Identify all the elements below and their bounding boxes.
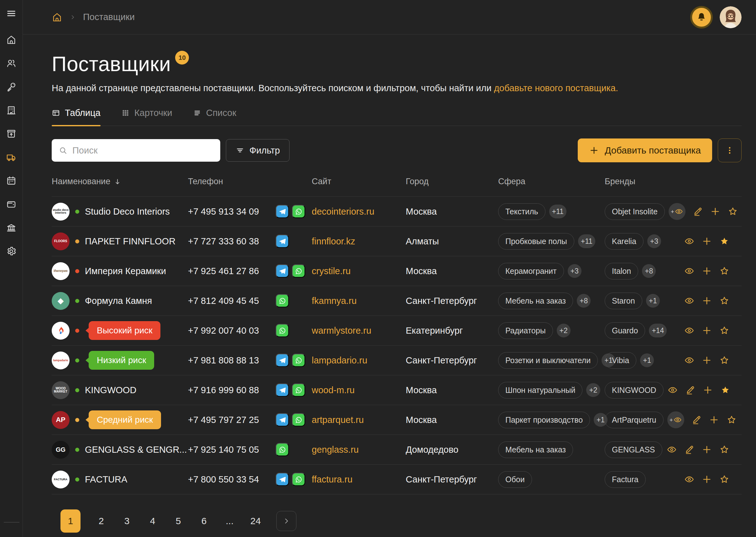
sidebar-item-truck[interactable] [6, 152, 17, 163]
eye-icon[interactable] [666, 444, 677, 455]
brand-count-badge[interactable]: +1 [646, 294, 660, 308]
table-row[interactable]: GG GENGLASS & GENGR... +7 925 140 75 05 … [52, 434, 741, 464]
add-icon[interactable] [701, 355, 712, 366]
sidebar-item-users[interactable] [6, 58, 17, 69]
site-link[interactable]: wood-m.ru [312, 385, 406, 395]
header-phone[interactable]: Телефон [188, 177, 276, 186]
star-icon[interactable] [728, 206, 738, 217]
brand-count-badge[interactable]: +8 [642, 264, 656, 278]
site-link[interactable]: warmlystore.ru [312, 325, 406, 336]
brand-count-badge[interactable]: +1 [640, 353, 654, 367]
add-supplier-button[interactable]: Добавить поставщика [578, 139, 712, 162]
whatsapp-icon[interactable] [276, 324, 289, 337]
sphere-count-badge[interactable]: +11 [578, 234, 595, 248]
site-link[interactable]: lampadario.ru [312, 355, 406, 366]
page-1[interactable]: 1 [60, 510, 81, 533]
whatsapp-icon[interactable] [292, 473, 305, 486]
whatsapp-icon[interactable] [292, 265, 305, 277]
table-row[interactable]: studio deco interiors Studio Deco Interi… [52, 196, 741, 226]
telegram-icon[interactable] [276, 205, 289, 218]
page-4[interactable]: 4 [147, 516, 158, 526]
more-actions-button[interactable] [718, 139, 741, 162]
sidebar-item-calendar[interactable] [6, 176, 17, 186]
sphere-chip[interactable]: Мебель на заказ [498, 293, 573, 309]
star-icon[interactable] [726, 415, 737, 425]
whatsapp-icon[interactable] [292, 354, 305, 367]
sphere-chip[interactable]: Текстиль [498, 203, 545, 220]
sidebar-item-home[interactable] [6, 34, 17, 45]
star-icon[interactable] [719, 444, 730, 455]
eye-plus-badge-icon[interactable]: + [667, 411, 684, 428]
telegram-icon[interactable] [276, 473, 289, 486]
table-row[interactable]: Империя Империя Керамики +7 925 461 27 8… [52, 256, 741, 286]
eye-icon[interactable] [684, 266, 695, 276]
brand-count-badge[interactable]: +3 [647, 234, 661, 248]
table-row[interactable]: ◆ Формула Камня +7 812 409 45 45 fkamnya… [52, 286, 741, 315]
add-icon[interactable] [701, 325, 712, 336]
table-row[interactable]: WOOD MARKET KINGWOOD +7 916 999 60 88 wo… [52, 375, 741, 405]
edit-icon[interactable] [691, 415, 702, 425]
add-icon[interactable] [701, 266, 712, 276]
sphere-count-badge[interactable]: +3 [568, 264, 581, 278]
page-2[interactable]: 2 [96, 516, 106, 526]
whatsapp-icon[interactable] [292, 413, 305, 427]
whatsapp-icon[interactable] [292, 205, 305, 218]
notifications-button[interactable] [690, 6, 713, 28]
next-page-button[interactable] [276, 511, 297, 531]
avatar[interactable] [720, 6, 741, 28]
add-icon[interactable] [710, 206, 721, 217]
whatsapp-icon[interactable] [276, 443, 289, 456]
filter-button[interactable]: Фильтр [226, 139, 290, 162]
brand-count-badge[interactable]: +14 [649, 324, 667, 337]
sphere-chip[interactable]: Пробковые полы [498, 233, 574, 250]
eye-icon[interactable] [684, 325, 695, 336]
telegram-icon[interactable] [276, 235, 289, 248]
sphere-chip[interactable]: Керамогранит [498, 263, 564, 279]
site-link[interactable]: genglass.ru [312, 444, 406, 455]
telegram-icon[interactable] [276, 354, 289, 367]
star-icon[interactable] [719, 295, 730, 306]
brand-chip[interactable]: Guardo [605, 322, 645, 339]
sphere-count-badge[interactable]: +2 [586, 383, 600, 397]
sphere-chip[interactable]: Шпон натуральный [498, 382, 582, 398]
table-row[interactable]: AP Средний риск +7 495 797 27 25 artparq… [52, 405, 741, 434]
whatsapp-icon[interactable] [292, 384, 305, 397]
site-link[interactable]: finnfloor.kz [312, 236, 406, 247]
sidebar-item-key[interactable] [6, 81, 17, 92]
table-row[interactable]: Высокий риск +7 992 007 40 03 warmlystor… [52, 315, 741, 345]
page-5[interactable]: 5 [173, 516, 183, 526]
search-box[interactable] [52, 139, 220, 162]
sphere-count-badge[interactable]: +11 [549, 205, 567, 218]
sphere-count-badge[interactable]: +8 [577, 294, 591, 308]
page-6[interactable]: 6 [199, 516, 209, 526]
site-link[interactable]: ffactura.ru [312, 475, 406, 485]
sidebar-item-building[interactable] [6, 105, 17, 116]
add-icon[interactable] [701, 474, 712, 485]
header-name[interactable]: Наименование [52, 177, 188, 186]
sphere-chip[interactable]: Обои [498, 471, 532, 488]
menu-icon[interactable] [6, 8, 17, 19]
tab-list[interactable]: Список [193, 108, 237, 126]
page-3[interactable]: 3 [122, 516, 132, 526]
telegram-icon[interactable] [276, 413, 289, 427]
brand-chip[interactable]: Factura [605, 471, 646, 488]
add-icon[interactable] [701, 444, 712, 455]
sidebar-item-wallet[interactable] [6, 199, 17, 210]
site-link[interactable]: decointeriors.ru [312, 206, 406, 217]
page-24[interactable]: 24 [250, 516, 261, 526]
breadcrumb-home-icon[interactable] [52, 12, 62, 22]
sphere-chip[interactable]: Розетки и выключатели [498, 352, 598, 369]
site-link[interactable]: crystile.ru [312, 266, 406, 276]
star-icon[interactable] [719, 325, 730, 336]
sphere-count-badge[interactable]: +2 [557, 324, 571, 337]
whatsapp-icon[interactable] [276, 294, 289, 307]
eye-icon[interactable] [684, 355, 695, 366]
sphere-chip[interactable]: Радиаторы [498, 322, 553, 339]
star-icon[interactable] [719, 355, 730, 366]
star-filled-icon[interactable] [720, 385, 731, 395]
tab-cards[interactable]: Карточки [121, 108, 172, 126]
eye-icon[interactable] [684, 295, 695, 306]
table-row[interactable]: FLOORS ПАРКЕТ FINNFLOOR +7 727 333 60 38… [52, 226, 741, 256]
star-filled-icon[interactable] [719, 236, 730, 247]
search-input[interactable] [72, 145, 213, 156]
